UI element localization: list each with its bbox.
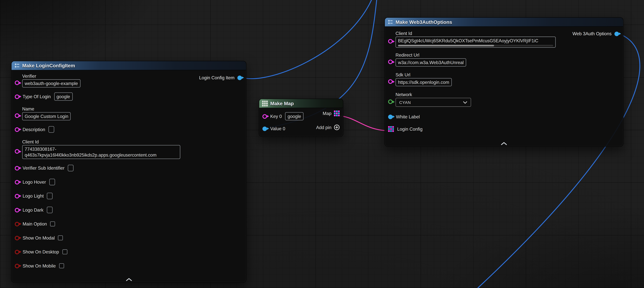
client-id-pin[interactable]	[15, 149, 19, 154]
web3auth-options-output-pin[interactable]	[614, 32, 619, 36]
output-map: Map	[322, 111, 340, 116]
network-dropdown[interactable]: CYAN	[396, 98, 471, 107]
logo-light-pin[interactable]	[15, 194, 19, 198]
collapse-chevron-icon[interactable]	[126, 278, 132, 281]
name-input[interactable]: Google Custom Login	[22, 112, 71, 120]
type-of-login-input[interactable]: google	[54, 93, 72, 101]
pin-row-type-of-login: Type Of Login google	[15, 93, 246, 101]
client-id-input[interactable]: 774338308167-q463s7kpvja16l4l0kko3nb925i…	[22, 145, 180, 159]
logo-hover-pin[interactable]	[15, 180, 19, 184]
key0-pin[interactable]	[262, 114, 267, 119]
main-option-checkbox[interactable]	[50, 221, 55, 226]
map-output-pin[interactable]	[334, 111, 340, 116]
node-title: Make Map	[270, 100, 294, 106]
show-on-desktop-pin[interactable]	[15, 250, 19, 254]
output-pin-label: Login Config Item	[199, 75, 234, 80]
pin-label: Show On Desktop	[22, 249, 59, 254]
scrollbar-thumb[interactable]	[398, 45, 494, 46]
main-option-pin[interactable]	[15, 222, 19, 226]
sdk-url-input[interactable]: https://sdk.openlogin.com	[396, 78, 452, 86]
add-pin-icon	[334, 125, 340, 130]
wire-login-config-item-out[interactable]	[240, 0, 373, 79]
show-on-modal-checkbox[interactable]	[58, 235, 63, 240]
node-header[interactable]: Make Web3AuthOptions	[385, 18, 623, 27]
pin-row-logo-dark: Logo Dark	[15, 206, 246, 214]
pin-row-redirect-url: Redirect Url w3a://com.w3a.Web3AuthUnrea…	[388, 53, 623, 67]
output-login-config-item: Login Config Item	[199, 74, 242, 81]
graph-canvas[interactable]: Make LoginConfigItem Login Config Item V…	[0, 0, 644, 288]
pin-row-main-option: Main Option	[15, 220, 246, 228]
pin-row-client-id: Client Id 774338308167-q463s7kpvja16l4l0…	[15, 139, 246, 159]
logo-dark-input[interactable]	[47, 207, 52, 213]
show-on-mobile-checkbox[interactable]	[59, 263, 64, 268]
network-pin[interactable]	[388, 99, 393, 104]
pin-label: Logo Dark	[22, 207, 44, 212]
pin-label: Key 0	[270, 114, 282, 119]
pin-label: Login Config	[397, 127, 422, 132]
redirect-url-pin[interactable]	[388, 60, 393, 64]
verifier-sub-identifier-input[interactable]	[68, 165, 74, 171]
name-pin[interactable]	[15, 113, 19, 118]
verifier-sub-identifier-pin[interactable]	[15, 166, 19, 170]
login-config-item-output-pin[interactable]	[237, 75, 242, 80]
pin-label: Show On Modal	[22, 235, 55, 240]
show-on-mobile-pin[interactable]	[15, 263, 19, 268]
client-id-input[interactable]: BEglQSgt4cUWcj6SKRdu5QkOXTsePmMcusG5EAoy…	[396, 37, 556, 48]
pin-label: Verifier	[22, 74, 80, 79]
pin-row-logo-hover: Logo Hover	[15, 178, 246, 186]
logo-dark-pin[interactable]	[15, 208, 19, 212]
type-of-login-pin[interactable]	[15, 94, 19, 99]
redirect-url-input[interactable]: w3a://com.w3a.Web3AuthUnreal	[396, 58, 466, 67]
pin-row-description: Description	[15, 125, 246, 133]
chevron-down-icon	[463, 101, 467, 104]
pin-row-white-label: White Label	[388, 113, 623, 120]
node-make-web3authoptions[interactable]: Make Web3AuthOptions Web 3Auth Options C…	[384, 17, 624, 147]
node-make-loginconfigitem[interactable]: Make LoginConfigItem Login Config Item V…	[11, 61, 246, 282]
pin-label: Logo Light	[22, 193, 44, 198]
client-id-pin[interactable]	[388, 39, 393, 44]
pin-label: Client Id	[22, 139, 180, 144]
logo-hover-input[interactable]	[49, 179, 55, 185]
output-pin-label: Map	[322, 111, 331, 116]
pin-label: Verifier Sub Identifier	[22, 165, 64, 170]
white-label-pin[interactable]	[388, 114, 393, 119]
verifier-input[interactable]: web3auth-google-example	[22, 79, 80, 88]
show-on-modal-pin[interactable]	[15, 236, 19, 240]
add-pin-button[interactable]: Add pin	[316, 125, 340, 130]
input-scrollbar[interactable]	[398, 45, 553, 46]
pin-label: Sdk Url	[396, 72, 452, 77]
logo-light-input[interactable]	[47, 193, 53, 199]
description-input[interactable]	[48, 126, 54, 133]
map-icon	[262, 100, 268, 106]
pin-row-login-config: Login Config	[388, 126, 623, 132]
wire-map-to-login-config[interactable]	[338, 116, 390, 131]
node-title: Make Web3AuthOptions	[396, 19, 452, 25]
show-on-desktop-checkbox[interactable]	[62, 249, 67, 254]
collapse-chevron-icon[interactable]	[501, 142, 507, 145]
verifier-pin[interactable]	[15, 81, 19, 85]
pin-label: Client Id	[396, 31, 556, 36]
pin-row-show-on-modal: Show On Modal	[15, 234, 246, 242]
pin-label: White Label	[396, 114, 420, 119]
pin-label: Value 0	[270, 126, 285, 131]
add-pin-label: Add pin	[316, 125, 332, 130]
pin-label: Logo Hover	[22, 180, 46, 185]
pin-row-sdk-url: Sdk Url https://sdk.openlogin.com	[388, 72, 623, 86]
key0-input[interactable]: google	[285, 112, 304, 120]
login-config-pin[interactable]	[388, 126, 394, 132]
pin-row-network: Network CYAN	[388, 92, 623, 107]
description-pin[interactable]	[15, 127, 19, 132]
value0-pin[interactable]	[262, 126, 267, 131]
make-struct-icon	[14, 63, 20, 68]
network-value: CYAN	[399, 100, 411, 105]
sdk-url-pin[interactable]	[388, 79, 393, 84]
pin-row-show-on-mobile: Show On Mobile	[15, 262, 246, 270]
output-web3auth-options: Web 3Auth Options	[572, 31, 619, 37]
pin-label: Description	[22, 127, 45, 132]
node-header[interactable]: Make LoginConfigItem	[12, 61, 246, 70]
node-make-map[interactable]: Make Map Key 0 google Value 0 Map Add pi…	[259, 99, 343, 137]
pin-label: Network	[396, 92, 471, 97]
node-header[interactable]: Make Map	[259, 99, 343, 108]
make-struct-icon	[388, 19, 393, 25]
pin-label: Name	[22, 106, 71, 111]
